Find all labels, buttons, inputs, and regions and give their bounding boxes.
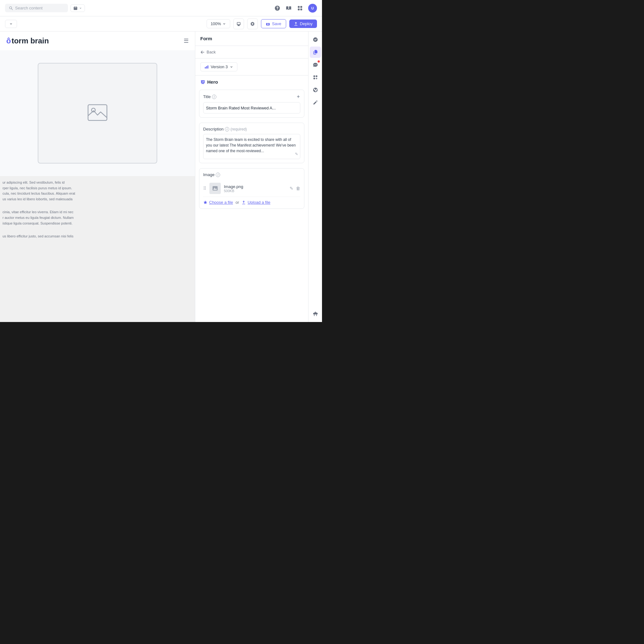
save-icon	[266, 22, 270, 26]
upload-file-label: Upload a file	[247, 200, 270, 205]
hero-icon	[200, 80, 205, 85]
grid-icon[interactable]	[297, 5, 303, 11]
text-preview-2: cinia, vitae efficitur leo viverra. Etia…	[0, 206, 195, 230]
page-dropdown[interactable]	[5, 20, 17, 28]
file-info: Image.png 500KB	[224, 184, 286, 193]
file-thumbnail	[209, 183, 221, 194]
toolbar-left	[5, 20, 17, 28]
back-arrow-icon	[200, 50, 205, 54]
file-actions: ✎ 🗑	[290, 186, 300, 191]
image-placeholder-icon	[86, 103, 108, 123]
right-panel: Form Back Version 3 Hero	[195, 31, 308, 322]
sidebar-globe-icon[interactable]	[310, 84, 321, 96]
drag-handle-icon[interactable]: ⠿	[203, 186, 206, 191]
globe-icon	[313, 87, 318, 93]
image-info-icon[interactable]: i	[216, 173, 220, 177]
sidebar-form-icon[interactable]	[310, 47, 321, 58]
top-nav: Search content U	[0, 0, 322, 16]
upload-row: Choose a file or Upload a file	[203, 197, 300, 205]
nav-icons: U	[274, 4, 317, 13]
sidebar-comment-icon[interactable]	[310, 59, 321, 70]
nav-left: Search content	[5, 4, 85, 12]
image-thumb-icon	[212, 185, 218, 192]
desktop-view-button[interactable]	[233, 19, 244, 29]
delete-file-icon[interactable]: 🗑	[296, 186, 300, 191]
zoom-label: 100%	[211, 21, 221, 26]
sidebar-edit-icon[interactable]	[310, 97, 321, 108]
hero-section	[0, 50, 195, 176]
upload-file-button[interactable]: Upload a file	[241, 200, 270, 205]
search-placeholder: Search content	[15, 6, 42, 10]
version-chevron-icon	[230, 65, 233, 69]
zoom-control[interactable]: 100%	[207, 19, 230, 28]
title-info-icon[interactable]: i	[212, 95, 216, 99]
choose-file-button[interactable]: Choose a file	[203, 200, 233, 205]
upload-icon	[241, 200, 246, 205]
calendar-icon	[73, 6, 78, 10]
chevron-down-icon	[9, 22, 13, 26]
sidebar-pin-icon[interactable]	[310, 308, 321, 319]
search-box[interactable]: Search content	[5, 4, 68, 12]
zoom-chevron-icon	[222, 22, 226, 26]
file-name: Image.png	[224, 184, 286, 189]
description-info-icon[interactable]: i	[225, 127, 229, 131]
settings-button[interactable]	[247, 19, 258, 29]
version-selector: Version 3	[195, 58, 308, 75]
brand-header: ô torm brain ☰	[0, 31, 195, 50]
edit-icon[interactable]: ✎	[295, 151, 298, 157]
panel-title: Form	[195, 31, 308, 46]
version-dropdown[interactable]: Version 3	[200, 62, 237, 71]
back-button[interactable]: Back	[195, 46, 308, 58]
version-label: Version 3	[211, 64, 228, 69]
pin-icon	[313, 311, 318, 317]
choose-file-icon	[203, 200, 208, 205]
description-field-card: Description i (required) The Storm Brain…	[199, 123, 304, 163]
help-icon[interactable]	[274, 5, 280, 11]
svg-rect-0	[88, 105, 107, 120]
deploy-label: Deploy	[300, 21, 313, 26]
title-field-card: Title i ✦ Storm Brain Rated Most Reviewe…	[199, 90, 304, 118]
description-label: Description i (required)	[203, 127, 247, 131]
brand-name: torm brain	[12, 36, 49, 45]
description-field-label-row: Description i (required)	[203, 127, 300, 131]
main-area: ô torm brain ☰ ur adipiscing elit. Sed v…	[0, 31, 322, 322]
choose-file-label: Choose a file	[209, 200, 233, 205]
search-icon	[9, 6, 13, 10]
notification-dot	[318, 60, 320, 63]
chat-icon	[313, 62, 318, 68]
pencil-icon	[313, 100, 318, 105]
title-field-value[interactable]: Storm Brain Rated Most Reviewed A...	[203, 102, 300, 114]
image-file-row: ⠿ Image.png 500KB ✎ 🗑	[203, 180, 300, 197]
image-field-card: Image i ⠿ Image.png 500KB ✎ 🗑	[199, 168, 304, 209]
brand-logo: ô torm brain	[6, 36, 49, 45]
settings-icon	[250, 21, 255, 26]
calendar-filter[interactable]	[70, 4, 85, 12]
right-sidebar	[308, 31, 322, 322]
canvas-area: ô torm brain ☰ ur adipiscing elit. Sed v…	[0, 31, 195, 322]
puzzle-icon	[313, 75, 318, 80]
text-preview-1: ur adipiscing elit. Sed vestibulum, feli…	[0, 176, 195, 206]
or-label: or	[236, 200, 239, 205]
version-chart-icon	[204, 65, 209, 69]
book-icon[interactable]	[286, 5, 292, 11]
hamburger-menu[interactable]: ☰	[184, 37, 189, 44]
deploy-icon	[294, 22, 298, 26]
deploy-button[interactable]: Deploy	[289, 19, 317, 28]
save-label: Save	[272, 21, 281, 26]
sidebar-components-icon[interactable]	[310, 72, 321, 83]
edit-file-icon[interactable]: ✎	[290, 186, 293, 191]
back-label: Back	[207, 50, 216, 54]
magic-wand-icon[interactable]: ✦	[296, 94, 300, 100]
section-title: Hero	[195, 75, 308, 87]
hero-image-placeholder	[38, 63, 157, 164]
text-preview-3: us libero efficitur justo, sed accumsan …	[0, 230, 195, 243]
filter-chevron-icon	[79, 7, 82, 10]
image-field-label: Image i	[203, 172, 300, 177]
user-avatar[interactable]: U	[308, 4, 317, 13]
description-required: (required)	[230, 127, 247, 131]
file-size: 500KB	[224, 189, 286, 193]
title-label: Title i	[203, 94, 216, 99]
save-button[interactable]: Save	[261, 19, 286, 28]
sidebar-settings-icon[interactable]	[310, 34, 321, 45]
description-field-textarea[interactable]: The Storm Brain team is excited to share…	[203, 134, 300, 159]
